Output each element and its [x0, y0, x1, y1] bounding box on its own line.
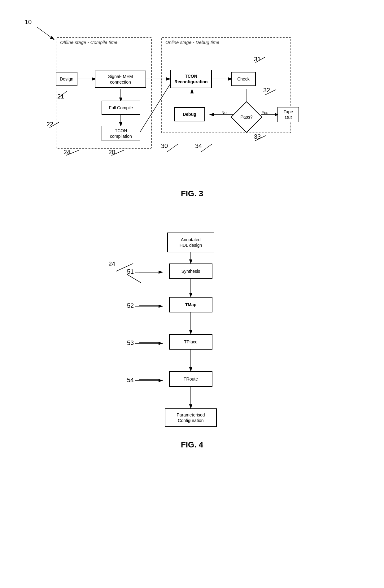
ref-33: 33 — [254, 133, 261, 140]
ref-31: 31 — [254, 56, 261, 63]
ref-22: 22 — [46, 121, 53, 128]
ref-20: 20 — [108, 149, 115, 156]
fig4-ref-51: 51 — [127, 268, 134, 275]
svg-line-20 — [167, 144, 178, 152]
tcon-compilation-box: TCON compilation — [102, 126, 140, 141]
check-box: Check — [231, 72, 256, 86]
annotated-hdl-box: Annotated HDL design — [167, 233, 214, 252]
online-stage-label: Online stage - Debug time — [165, 40, 219, 45]
svg-line-28 — [127, 274, 141, 283]
fig3-diagram: 10 — [19, 19, 365, 192]
fig4-ref54-arrow — [135, 378, 172, 384]
ref-24: 24 — [63, 149, 70, 156]
fig4-arrows-svg — [19, 217, 365, 496]
no-label: No — [221, 110, 227, 115]
ref-10: 10 — [25, 19, 32, 26]
yes-label: Yes — [262, 110, 268, 115]
signal-mem-box: Signal- MEM connection — [95, 71, 146, 88]
fig4-ref-53: 53 — [127, 339, 134, 346]
tcon-reconfig-box: TCON Reconfiguration — [170, 70, 212, 88]
fig4-ref-54: 54 — [127, 377, 134, 384]
fig4-ref53-arrow — [135, 341, 172, 347]
fig4-diagram: Annotated HDL design Synthesis TMap TPla… — [19, 217, 365, 496]
ref-30: 30 — [161, 142, 168, 150]
fig4-ref51-arrow — [135, 270, 172, 276]
fig4-ref-52: 52 — [127, 302, 134, 309]
tplace-box: TPlace — [169, 334, 212, 350]
tape-out-box: Tape Out — [277, 107, 299, 122]
offline-stage-label: Offline stage - Compile time — [60, 40, 117, 45]
pass-diamond-container: Pass? — [235, 106, 258, 128]
fig4-ref-24: 24 — [108, 260, 115, 268]
synthesis-box: Synthesis — [169, 264, 212, 279]
full-compile-box: Full Compile — [102, 101, 140, 115]
debug-box: Debug — [174, 107, 205, 121]
design-box: Design — [56, 72, 77, 86]
param-config-box: Parameterised Configuration — [165, 408, 217, 427]
fig4-ref52-arrow — [135, 304, 172, 310]
svg-line-21 — [201, 144, 212, 152]
svg-line-2 — [37, 27, 54, 40]
page: 10 — [0, 0, 384, 588]
pass-diamond — [231, 101, 262, 133]
tmap-box: TMap — [169, 297, 212, 312]
ref-21: 21 — [57, 93, 64, 100]
troute-box: TRoute — [169, 371, 212, 387]
ref-34: 34 — [195, 142, 202, 150]
ref-32: 32 — [263, 87, 270, 94]
